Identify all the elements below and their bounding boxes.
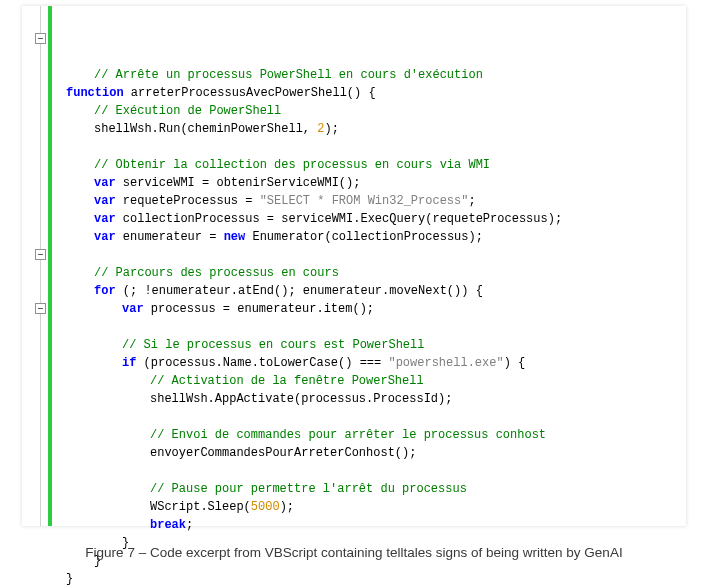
code-token: function — [66, 86, 124, 100]
code-token: var — [94, 212, 116, 226]
code-token: // Exécution de PowerShell — [94, 104, 281, 118]
code-token: "powershell.exe" — [388, 356, 503, 370]
code-token: if — [122, 356, 136, 370]
code-token: 5000 — [251, 500, 280, 514]
code-line: var processus = enumerateur.item(); — [66, 300, 680, 318]
code-token: WScript.Sleep( — [150, 500, 251, 514]
editor-gutter — [22, 6, 56, 526]
code-token: requeteProcessus = — [116, 194, 260, 208]
code-editor-panel: // Arrête un processus PowerShell en cou… — [22, 6, 686, 526]
code-token: // Obtenir la collection des processus e… — [94, 158, 490, 172]
code-line — [66, 318, 680, 336]
code-token: Enumerator(collectionProcessus); — [245, 230, 483, 244]
code-line: var collectionProcessus = serviceWMI.Exe… — [66, 210, 680, 228]
code-token: // Envoi de commandes pour arrêter le pr… — [150, 428, 546, 442]
code-line: WScript.Sleep(5000); — [66, 498, 680, 516]
code-line: // Si le processus en cours est PowerShe… — [66, 336, 680, 354]
code-token: shellWsh.AppActivate(processus.ProcessId… — [150, 392, 452, 406]
code-token: processus = enumerateur.item(); — [144, 302, 374, 316]
code-token: } — [66, 572, 73, 586]
code-line: if (processus.Name.toLowerCase() === "po… — [66, 354, 680, 372]
code-line: // Envoi de commandes pour arrêter le pr… — [66, 426, 680, 444]
code-token: ); — [324, 122, 338, 136]
code-token: collectionProcessus = serviceWMI.ExecQue… — [116, 212, 562, 226]
code-token: arreterProcessusAvecPowerShell() { — [124, 86, 376, 100]
code-token: // Arrête un processus PowerShell en cou… — [94, 68, 483, 82]
code-line: envoyerCommandesPourArreterConhost(); — [66, 444, 680, 462]
code-token: envoyerCommandesPourArreterConhost(); — [150, 446, 416, 460]
code-line: // Activation de la fenêtre PowerShell — [66, 372, 680, 390]
code-line — [66, 246, 680, 264]
code-line: var requeteProcessus = "SELECT * FROM Wi… — [66, 192, 680, 210]
code-line: for (; !enumerateur.atEnd(); enumerateur… — [66, 282, 680, 300]
code-token: // Activation de la fenêtre PowerShell — [150, 374, 424, 388]
code-line: // Pause pour permettre l'arrêt du proce… — [66, 480, 680, 498]
code-token: new — [224, 230, 246, 244]
code-line: // Parcours des processus en cours — [66, 264, 680, 282]
code-token: break — [150, 518, 186, 532]
code-token: (; !enumerateur.atEnd(); enumerateur.mov… — [116, 284, 483, 298]
code-line: function arreterProcessusAvecPowerShell(… — [66, 84, 680, 102]
fold-guide-line — [40, 6, 41, 526]
code-token: // Parcours des processus en cours — [94, 266, 339, 280]
code-token: enumerateur = — [116, 230, 224, 244]
code-line — [66, 138, 680, 156]
code-token: // Si le processus en cours est PowerShe… — [122, 338, 424, 352]
code-line: // Exécution de PowerShell — [66, 102, 680, 120]
change-marker-bar — [48, 6, 52, 526]
code-line: var enumerateur = new Enumerator(collect… — [66, 228, 680, 246]
code-token: for — [94, 284, 116, 298]
code-token: serviceWMI = obtenirServiceWMI(); — [116, 176, 361, 190]
code-token: ); — [280, 500, 294, 514]
figure-container: // Arrête un processus PowerShell en cou… — [0, 0, 708, 588]
code-token: var — [94, 230, 116, 244]
code-line: shellWsh.AppActivate(processus.ProcessId… — [66, 390, 680, 408]
code-token: (processus.Name.toLowerCase() === — [136, 356, 388, 370]
code-token: ; — [186, 518, 193, 532]
code-line — [66, 462, 680, 480]
code-area: // Arrête un processus PowerShell en cou… — [66, 12, 680, 588]
code-line: break; — [66, 516, 680, 534]
code-token: ; — [468, 194, 475, 208]
fold-toggle-icon[interactable] — [35, 249, 46, 260]
fold-toggle-icon[interactable] — [35, 303, 46, 314]
code-token: var — [94, 176, 116, 190]
code-token: ) { — [504, 356, 526, 370]
code-token: // Pause pour permettre l'arrêt du proce… — [150, 482, 467, 496]
code-line: shellWsh.Run(cheminPowerShell, 2); — [66, 120, 680, 138]
figure-caption: Figure 7 – Code excerpt from VBScript co… — [0, 545, 708, 560]
code-line: } — [66, 570, 680, 588]
code-line: // Obtenir la collection des processus e… — [66, 156, 680, 174]
code-token: "SELECT * FROM Win32_Process" — [260, 194, 469, 208]
code-line: // Arrête un processus PowerShell en cou… — [66, 66, 680, 84]
code-token: var — [94, 194, 116, 208]
code-token: shellWsh.Run(cheminPowerShell, — [94, 122, 317, 136]
code-token: var — [122, 302, 144, 316]
fold-toggle-icon[interactable] — [35, 33, 46, 44]
code-line — [66, 408, 680, 426]
code-line: var serviceWMI = obtenirServiceWMI(); — [66, 174, 680, 192]
